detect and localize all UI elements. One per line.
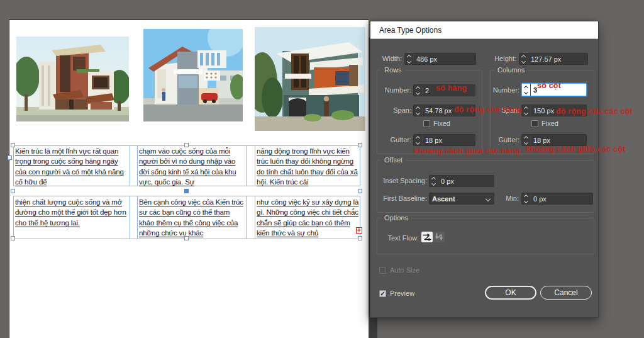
rows-number-label: Number:	[370, 86, 411, 94]
height-field[interactable]: 127.57 px	[519, 53, 588, 65]
width-value: 486 px	[414, 55, 437, 63]
offset-legend: Offset	[381, 156, 406, 164]
inset-spacing-value: 0 px	[438, 177, 454, 185]
width-field[interactable]: 486 px	[404, 53, 476, 65]
text-flow-label: Text Flow:	[370, 234, 419, 242]
first-baseline-dropdown[interactable]: Ascent	[429, 193, 494, 205]
house-image-1[interactable]	[16, 37, 129, 121]
width-stepper[interactable]	[405, 54, 414, 64]
house-render-1	[16, 37, 129, 121]
text-cell[interactable]: chạm vào cuộc sống của mỗi người bởi vì …	[139, 146, 245, 186]
first-baseline-value: Ascent	[430, 195, 455, 203]
columns-gutter-value: 18 px	[531, 137, 550, 144]
column-divider	[137, 145, 138, 186]
column-divider	[130, 196, 130, 239]
frame-handle[interactable]	[358, 236, 362, 240]
rows-fixed-label: Fixed	[433, 120, 450, 127]
annotation-rows-gutter: khoảng cách giữa các hàng	[414, 147, 521, 155]
min-label: Min:	[497, 194, 519, 202]
frame-handle[interactable]	[358, 143, 362, 147]
rows-gutter-stepper[interactable]	[414, 135, 423, 145]
inset-spacing-stepper[interactable]	[430, 176, 438, 186]
frame-handle[interactable]	[11, 143, 15, 147]
dialog-title[interactable]: Area Type Options	[370, 21, 598, 39]
area-type-options-dialog: Area Type Options Width: 486 px Height: …	[370, 21, 599, 318]
rows-number-value: 2	[423, 87, 429, 94]
column-divider	[246, 145, 247, 186]
annotation-rows-span: độ rộng của hàng	[454, 105, 522, 114]
rows-gutter-label: Gutter:	[370, 136, 411, 144]
rows-fixed-checkbox[interactable]	[423, 120, 430, 127]
ok-button[interactable]: OK	[485, 286, 536, 300]
rows-span-stepper[interactable]	[414, 105, 423, 116]
frame-handle[interactable]	[358, 189, 362, 193]
house-image-2[interactable]	[143, 29, 243, 121]
annotation-columns-span: độ rộng của các cột	[556, 107, 633, 116]
width-label: Width:	[370, 55, 402, 62]
text-flow-by-columns-icon[interactable]	[433, 232, 445, 242]
rows-gutter-value: 18 px	[423, 137, 442, 144]
text-overflow-indicator[interactable]: +	[356, 227, 362, 234]
column-divider	[255, 196, 255, 239]
height-value: 127.57 px	[528, 55, 561, 63]
columns-gutter-stepper[interactable]	[522, 135, 531, 145]
columns-number-label: Number:	[479, 86, 519, 94]
annotation-columns-number: số cột	[537, 81, 561, 90]
rows-span-label: Span:	[370, 106, 411, 114]
preview-label: Preview	[390, 290, 414, 297]
min-stepper[interactable]	[522, 193, 531, 204]
text-flow-by-rows-icon[interactable]	[421, 232, 433, 242]
column-divider	[255, 145, 255, 186]
rows-legend: Rows	[381, 66, 405, 74]
house-render-2	[143, 29, 243, 121]
text-cell[interactable]: Kiến trúc là một lĩnh vực rất quan trọng…	[15, 146, 129, 186]
inset-spacing-label: Inset Spacing:	[370, 177, 427, 184]
house-render-3	[255, 27, 365, 131]
frame-handle[interactable]	[11, 189, 15, 193]
chevron-down-icon	[486, 196, 491, 201]
rows-span-value: 54.78 px	[423, 107, 452, 115]
annotation-columns-gutter: khoảng cách giữa các cột	[526, 145, 625, 154]
text-cell[interactable]: thiện chất lượng cuộc sống và mở đường c…	[15, 197, 129, 239]
columns-fixed-checkbox[interactable]	[531, 120, 538, 127]
text-cell[interactable]: năng động trong lĩnh vực kiến trúc luôn …	[257, 146, 359, 186]
first-baseline-label: First Baseline:	[370, 194, 427, 202]
min-value: 0 px	[531, 195, 547, 203]
rows-number-stepper[interactable]	[414, 85, 423, 96]
height-label: Height:	[484, 55, 516, 62]
height-stepper[interactable]	[519, 54, 528, 64]
frame-handle[interactable]	[184, 143, 189, 147]
auto-size-checkbox	[379, 267, 386, 274]
columns-gutter-label: Gutter:	[479, 136, 519, 144]
columns-legend: Columns	[494, 66, 528, 74]
frame-handle[interactable]	[184, 236, 189, 240]
frame-anchor-handle[interactable]	[8, 155, 12, 160]
columns-number-value: 3	[531, 86, 537, 94]
house-image-3[interactable]	[255, 27, 365, 131]
column-divider	[137, 196, 138, 239]
column-divider	[130, 145, 130, 186]
options-legend: Options	[381, 214, 411, 222]
annotation-rows-number: số hàng	[436, 84, 467, 93]
frame-handle[interactable]	[11, 236, 15, 240]
text-cell[interactable]: Bên cạnh công việc của Kiến trúc sư các …	[139, 197, 245, 239]
rows-gutter-field[interactable]: 18 px	[413, 134, 475, 146]
text-cell[interactable]: như công việc kỹ sư xây dựng là gì. Nhữn…	[257, 197, 359, 239]
cancel-button[interactable]: Cancel	[540, 286, 592, 300]
frame-center-handle[interactable]	[184, 189, 189, 193]
min-field[interactable]: 0 px	[521, 193, 593, 205]
columns-number-stepper[interactable]	[522, 84, 531, 96]
area-type-text-frame[interactable]: Kiến trúc là một lĩnh vực rất quan trọng…	[13, 145, 360, 239]
inset-spacing-field[interactable]: 0 px	[429, 175, 494, 187]
auto-size-label: Auto Size	[390, 266, 419, 274]
columns-fixed-label: Fixed	[541, 120, 558, 127]
preview-checkbox[interactable]: ✓	[379, 290, 386, 297]
columns-span-value: 150 px	[531, 107, 554, 115]
artboard-canvas[interactable]: Kiến trúc là một lĩnh vực rất quan trọng…	[9, 20, 369, 338]
column-divider	[246, 196, 247, 239]
columns-span-stepper[interactable]	[522, 105, 531, 116]
